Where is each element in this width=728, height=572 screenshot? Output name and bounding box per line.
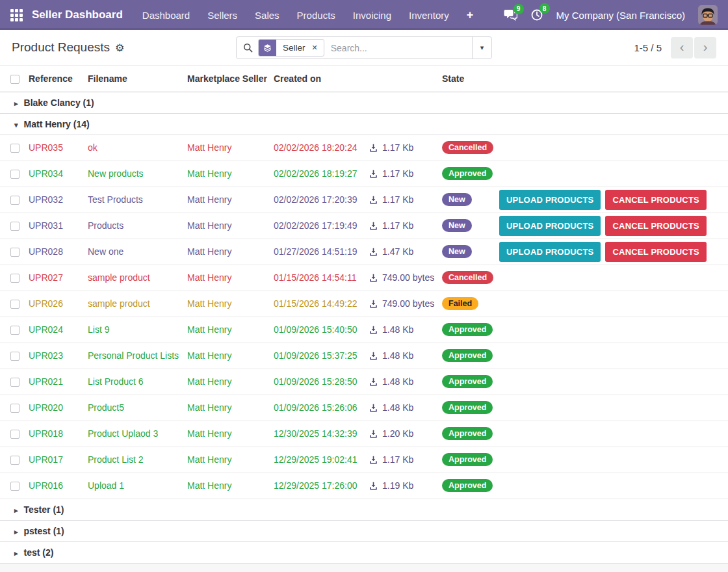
user-avatar[interactable] xyxy=(698,5,718,25)
row-checkbox[interactable] xyxy=(10,378,20,387)
table-row[interactable]: UPR032 Test Products Matt Henry 02/02/20… xyxy=(0,187,728,213)
seller-cell: Matt Henry xyxy=(187,447,274,473)
table-row[interactable]: UPR031 Products Matt Henry 02/02/2026 17… xyxy=(0,213,728,239)
apps-grid-icon[interactable] xyxy=(10,9,23,21)
menu-item-inventory[interactable]: Inventory xyxy=(409,10,449,21)
chevron-left-icon: ‹ xyxy=(680,40,684,53)
search-input[interactable] xyxy=(331,43,472,53)
row-checkbox[interactable] xyxy=(10,222,20,231)
menu-item-sellers[interactable]: Sellers xyxy=(207,10,237,21)
menu-item-sales[interactable]: Sales xyxy=(255,10,280,21)
row-checkbox[interactable] xyxy=(10,326,20,335)
created-on-cell: 01/15/2026 14:54:11 xyxy=(274,265,364,291)
table-row[interactable]: UPR026 sample product Matt Henry 01/15/2… xyxy=(0,291,728,317)
download-link[interactable]: 1.19 Kb xyxy=(364,473,442,499)
select-all-checkbox[interactable] xyxy=(10,75,20,84)
row-checkbox[interactable] xyxy=(10,404,20,413)
download-link[interactable]: 1.48 Kb xyxy=(364,317,442,343)
filename-cell: Products xyxy=(88,213,187,239)
row-checkbox[interactable] xyxy=(10,300,20,309)
download-link[interactable]: 1.48 Kb xyxy=(364,395,442,421)
table-row[interactable]: UPR028 New one Matt Henry 01/27/2026 14:… xyxy=(0,239,728,265)
seller-cell: Matt Henry xyxy=(187,265,274,291)
row-checkbox[interactable] xyxy=(10,170,20,179)
upload-products-button[interactable]: UPLOAD PRODUCTS xyxy=(499,242,601,262)
search-facet-seller: Seller ✕ xyxy=(258,39,324,57)
row-checkbox[interactable] xyxy=(10,144,20,153)
table-row[interactable]: UPR027 sample product Matt Henry 01/15/2… xyxy=(0,265,728,291)
upload-products-button[interactable]: UPLOAD PRODUCTS xyxy=(499,190,601,210)
download-link[interactable]: 1.17 Kb xyxy=(364,187,442,213)
upload-products-button[interactable]: UPLOAD PRODUCTS xyxy=(499,216,601,236)
row-checkbox[interactable] xyxy=(10,430,20,439)
search-dropdown-toggle[interactable]: ▾ xyxy=(472,37,491,58)
row-checkbox[interactable] xyxy=(10,196,20,205)
table-row[interactable]: UPR021 List Product 6 Matt Henry 01/09/2… xyxy=(0,369,728,395)
download-link[interactable]: 749.00 bytes xyxy=(364,291,442,317)
column-header-marketplace-seller[interactable]: Marketplace Seller xyxy=(187,66,274,92)
reference-cell: UPR023 xyxy=(29,343,88,369)
file-size: 1.48 Kb xyxy=(382,376,413,387)
table-row[interactable]: UPR024 List 9 Matt Henry 01/09/2026 15:4… xyxy=(0,317,728,343)
group-toggle-icon: ▸ xyxy=(14,528,18,536)
company-switcher[interactable]: My Company (San Francisco) xyxy=(556,10,685,21)
download-link[interactable]: 1.17 Kb xyxy=(364,213,442,239)
state-badge: New xyxy=(442,245,472,259)
seller-cell: Matt Henry xyxy=(187,239,274,265)
table-row[interactable]: UPR023 Personal Product Lists Matt Henry… xyxy=(0,343,728,369)
file-size: 1.48 Kb xyxy=(382,402,413,413)
download-link[interactable]: 749.00 bytes xyxy=(364,265,442,291)
download-link[interactable]: 1.48 Kb xyxy=(364,343,442,369)
group-row[interactable]: ▸Blake Clancy (1) xyxy=(0,92,728,113)
download-link[interactable]: 1.47 Kb xyxy=(364,239,442,265)
row-checkbox[interactable] xyxy=(10,456,20,465)
table-row[interactable]: UPR017 Product List 2 Matt Henry 12/29/2… xyxy=(0,447,728,473)
cancel-products-button[interactable]: CANCEL PRODUCTS xyxy=(605,216,707,236)
download-link[interactable]: 1.48 Kb xyxy=(364,369,442,395)
filename-cell: Product List 2 xyxy=(88,447,187,473)
control-panel: Product Requests ⚙ Seller ✕ ▾ 1-5 xyxy=(0,30,728,66)
reference-cell: UPR021 xyxy=(29,369,88,395)
download-icon xyxy=(369,482,378,490)
group-row[interactable]: ▾Matt Henry (14) xyxy=(0,113,728,135)
column-header-created-on[interactable]: Created on xyxy=(274,66,364,92)
seller-cell: Matt Henry xyxy=(187,135,274,161)
column-header-state[interactable]: State xyxy=(442,66,499,92)
group-row[interactable]: ▸pstest (1) xyxy=(0,520,728,541)
row-checkbox[interactable] xyxy=(10,274,20,283)
table-row[interactable]: UPR018 Product Uplaod 3 Matt Henry 12/30… xyxy=(0,421,728,447)
facet-remove-icon[interactable]: ✕ xyxy=(311,40,324,56)
pager-previous-button[interactable]: ‹ xyxy=(671,37,693,58)
row-checkbox[interactable] xyxy=(10,352,20,361)
column-header-reference[interactable]: Reference xyxy=(29,66,88,92)
layers-group-by-icon xyxy=(259,40,276,56)
pager-next-button[interactable]: › xyxy=(694,37,716,58)
activities-menu[interactable]: 8 xyxy=(530,8,543,21)
list-view: Reference Filename Marketplace Seller Cr… xyxy=(0,66,728,572)
reference-cell: UPR027 xyxy=(29,265,88,291)
download-link[interactable]: 1.20 Kb xyxy=(364,421,442,447)
menu-item-invoicing[interactable]: Invoicing xyxy=(353,10,391,21)
cancel-products-button[interactable]: CANCEL PRODUCTS xyxy=(605,242,707,262)
group-row[interactable]: ▸test (2) xyxy=(0,541,728,563)
action-gear-icon[interactable]: ⚙ xyxy=(115,42,124,54)
column-header-filename[interactable]: Filename xyxy=(88,66,187,92)
cancel-products-button[interactable]: CANCEL PRODUCTS xyxy=(605,190,707,210)
download-link[interactable]: 1.17 Kb xyxy=(364,447,442,473)
download-link[interactable]: 1.17 Kb xyxy=(364,135,442,161)
group-row[interactable]: ▸Tester (1) xyxy=(0,499,728,520)
row-checkbox[interactable] xyxy=(10,482,20,491)
table-row[interactable]: UPR020 Product5 Matt Henry 01/09/2026 15… xyxy=(0,395,728,421)
table-row[interactable]: UPR035 ok Matt Henry 02/02/2026 18:20:24… xyxy=(0,135,728,161)
download-link[interactable]: 1.17 Kb xyxy=(364,161,442,187)
messages-menu[interactable]: 9 xyxy=(504,9,517,21)
app-brand[interactable]: Seller Dashboard xyxy=(32,8,123,21)
plus-icon[interactable]: + xyxy=(467,8,474,22)
download-icon xyxy=(369,196,378,204)
row-checkbox[interactable] xyxy=(10,248,20,257)
filename-cell: sample product xyxy=(88,265,187,291)
table-row[interactable]: UPR016 Upload 1 Matt Henry 12/29/2025 17… xyxy=(0,473,728,499)
table-row[interactable]: UPR034 New products Matt Henry 02/02/202… xyxy=(0,161,728,187)
menu-item-dashboard[interactable]: Dashboard xyxy=(142,10,190,21)
menu-item-products[interactable]: Products xyxy=(297,10,335,21)
